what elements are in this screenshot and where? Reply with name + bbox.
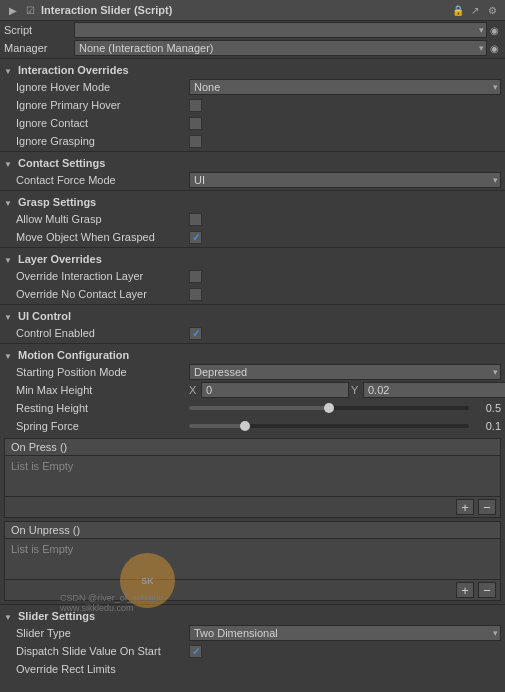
grasp-collapse-arrow[interactable]: ▼ xyxy=(4,199,12,208)
ignore-grasping-label: Ignore Grasping xyxy=(4,135,189,147)
script-label: Script xyxy=(4,24,74,36)
min-max-height-row: Min Max Height X Y xyxy=(0,381,505,399)
ignore-grasping-checkbox[interactable] xyxy=(189,135,202,148)
control-enabled-checkbox[interactable] xyxy=(189,327,202,340)
script-row: Script InteractionSlider ◉ xyxy=(0,21,505,39)
on-press-block: On Press () List is Empty + − xyxy=(4,438,501,518)
resting-height-value: 0.5 xyxy=(473,402,501,414)
slider-settings-header: ▼ Slider Settings xyxy=(0,606,505,624)
x-input[interactable] xyxy=(201,382,349,398)
header-title: Interaction Slider (Script) xyxy=(41,4,447,16)
on-press-add-button[interactable]: + xyxy=(456,499,474,515)
on-unpress-header: On Unpress () xyxy=(5,522,500,539)
y-label: Y xyxy=(351,384,361,396)
script-input[interactable]: InteractionSlider xyxy=(74,22,487,38)
starting-position-mode-label: Starting Position Mode xyxy=(4,366,189,378)
ignore-grasping-row: Ignore Grasping xyxy=(0,132,505,150)
expand-icon[interactable]: ↗ xyxy=(468,3,482,17)
resting-height-slider[interactable] xyxy=(189,406,469,410)
manager-label: Manager xyxy=(4,42,74,54)
spring-force-value: 0.1 xyxy=(473,420,501,432)
dispatch-slide-label: Dispatch Slide Value On Start xyxy=(4,645,189,657)
contact-settings-header: ▼ Contact Settings xyxy=(0,153,505,171)
dispatch-slide-row: Dispatch Slide Value On Start xyxy=(0,642,505,660)
y-input[interactable] xyxy=(363,382,505,398)
interaction-overrides-header: ▼ Interaction Overrides xyxy=(0,60,505,78)
on-press-header: On Press () xyxy=(5,439,500,456)
spring-force-slider[interactable] xyxy=(189,424,469,428)
on-press-body: List is Empty xyxy=(5,456,500,496)
contact-collapse-arrow[interactable]: ▼ xyxy=(4,160,12,169)
control-enabled-label: Control Enabled xyxy=(4,327,189,339)
starting-position-mode-select[interactable]: Depressed Min Max xyxy=(189,364,501,380)
resting-height-row: Resting Height 0.5 xyxy=(0,399,505,417)
contact-force-mode-label: Contact Force Mode xyxy=(4,174,189,186)
ui-collapse-arrow[interactable]: ▼ xyxy=(4,313,12,322)
override-rect-limits-row: Override Rect Limits xyxy=(0,660,505,678)
on-unpress-add-button[interactable]: + xyxy=(456,582,474,598)
on-unpress-footer: + − xyxy=(5,579,500,600)
checkbox-icon[interactable]: ☑ xyxy=(23,3,37,17)
xy-inputs: X Y xyxy=(189,382,505,398)
move-object-label: Move Object When Grasped xyxy=(4,231,189,243)
slider-type-row: Slider Type One Dimensional Two Dimensio… xyxy=(0,624,505,642)
grasp-settings-header: ▼ Grasp Settings xyxy=(0,192,505,210)
script-link-icon[interactable]: ◉ xyxy=(487,23,501,37)
layer-collapse-arrow[interactable]: ▼ xyxy=(4,256,12,265)
allow-multi-grasp-row: Allow Multi Grasp xyxy=(0,210,505,228)
manager-select[interactable]: None (Interaction Manager) xyxy=(74,40,487,56)
override-no-contact-layer-checkbox[interactable] xyxy=(189,288,202,301)
ignore-primary-hover-row: Ignore Primary Hover xyxy=(0,96,505,114)
ignore-contact-row: Ignore Contact xyxy=(0,114,505,132)
main-panel: ▶ ☑ Interaction Slider (Script) 🔒 ↗ ⚙ Sc… xyxy=(0,0,505,678)
dispatch-slide-checkbox[interactable] xyxy=(189,645,202,658)
override-rect-limits-label: Override Rect Limits xyxy=(4,663,189,675)
allow-multi-grasp-label: Allow Multi Grasp xyxy=(4,213,189,225)
spring-force-slider-row: 0.1 xyxy=(189,420,501,432)
spring-force-label: Spring Force xyxy=(4,420,189,432)
on-press-footer: + − xyxy=(5,496,500,517)
move-object-when-grasped-row: Move Object When Grasped xyxy=(0,228,505,246)
header-left-icons: ▶ ☑ xyxy=(6,3,37,17)
on-press-remove-button[interactable]: − xyxy=(478,499,496,515)
resting-height-label: Resting Height xyxy=(4,402,189,414)
ignore-hover-mode-select[interactable]: None Both Left Right xyxy=(189,79,501,95)
override-interaction-layer-checkbox[interactable] xyxy=(189,270,202,283)
min-max-height-label: Min Max Height xyxy=(4,384,189,396)
resting-height-slider-row: 0.5 xyxy=(189,402,501,414)
ignore-primary-hover-label: Ignore Primary Hover xyxy=(4,99,189,111)
ignore-hover-mode-row: Ignore Hover Mode None Both Left Right xyxy=(0,78,505,96)
gear-icon[interactable]: ⚙ xyxy=(485,3,499,17)
override-no-contact-layer-row: Override No Contact Layer xyxy=(0,285,505,303)
starting-position-mode-row: Starting Position Mode Depressed Min Max xyxy=(0,363,505,381)
ignore-contact-checkbox[interactable] xyxy=(189,117,202,130)
slider-type-select[interactable]: One Dimensional Two Dimensional xyxy=(189,625,501,641)
override-interaction-layer-label: Override Interaction Layer xyxy=(4,270,189,282)
collapse-icon[interactable]: ▶ xyxy=(6,3,20,17)
lock-icon[interactable]: 🔒 xyxy=(451,3,465,17)
move-object-checkbox[interactable] xyxy=(189,231,202,244)
collapse-arrow[interactable]: ▼ xyxy=(4,67,12,76)
header: ▶ ☑ Interaction Slider (Script) 🔒 ↗ ⚙ xyxy=(0,0,505,21)
on-unpress-empty-text: List is Empty xyxy=(11,543,73,555)
on-unpress-remove-button[interactable]: − xyxy=(478,582,496,598)
on-unpress-block: On Unpress () List is Empty + − xyxy=(4,521,501,601)
on-unpress-body: List is Empty xyxy=(5,539,500,579)
ignore-hover-mode-label: Ignore Hover Mode xyxy=(4,81,189,93)
ignore-contact-label: Ignore Contact xyxy=(4,117,189,129)
control-enabled-row: Control Enabled xyxy=(0,324,505,342)
x-label: X xyxy=(189,384,199,396)
slider-type-label: Slider Type xyxy=(4,627,189,639)
ui-control-header: ▼ UI Control xyxy=(0,306,505,324)
allow-multi-grasp-checkbox[interactable] xyxy=(189,213,202,226)
contact-force-mode-select[interactable]: UI Object None xyxy=(189,172,501,188)
contact-force-mode-row: Contact Force Mode UI Object None xyxy=(0,171,505,189)
spring-force-row: Spring Force 0.1 xyxy=(0,417,505,435)
slider-collapse-arrow[interactable]: ▼ xyxy=(4,613,12,622)
manager-link-icon[interactable]: ◉ xyxy=(487,41,501,55)
motion-config-header: ▼ Motion Configuration xyxy=(0,345,505,363)
ignore-primary-hover-checkbox[interactable] xyxy=(189,99,202,112)
on-press-empty-text: List is Empty xyxy=(11,460,73,472)
override-no-contact-layer-label: Override No Contact Layer xyxy=(4,288,189,300)
motion-collapse-arrow[interactable]: ▼ xyxy=(4,352,12,361)
